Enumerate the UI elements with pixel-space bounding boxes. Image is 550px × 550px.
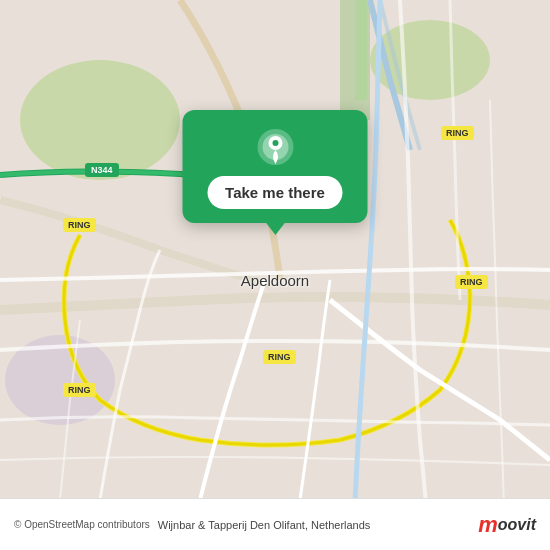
moovit-m: m	[478, 512, 498, 538]
map-container: N344 RING RING RING RING RING Apeldoorn …	[0, 0, 550, 550]
svg-point-8	[272, 140, 278, 146]
footer: © OpenStreetMap contributors Wijnbar & T…	[0, 498, 550, 550]
footer-info: © OpenStreetMap contributors	[14, 519, 150, 530]
moovit-oovit: oovit	[498, 516, 536, 534]
ring-label-4: RING	[263, 350, 296, 364]
svg-rect-4	[355, 0, 367, 100]
popup-card: Take me there	[183, 110, 368, 223]
take-me-there-button[interactable]: Take me there	[207, 176, 343, 209]
ring-label-5: RING	[63, 383, 96, 397]
ring-label-2: RING	[441, 126, 474, 140]
ring-label-1: RING	[63, 218, 96, 232]
moovit-logo: moovit	[478, 511, 536, 539]
city-label: Apeldoorn	[241, 272, 309, 289]
road-label-n344: N344	[85, 163, 119, 177]
ring-label-3: RING	[455, 275, 488, 289]
osm-copyright: © OpenStreetMap contributors	[14, 519, 150, 530]
footer-location: Wijnbar & Tapperij Den Olifant, Netherla…	[158, 519, 478, 531]
location-pin-icon	[256, 128, 294, 166]
svg-point-0	[20, 60, 180, 180]
